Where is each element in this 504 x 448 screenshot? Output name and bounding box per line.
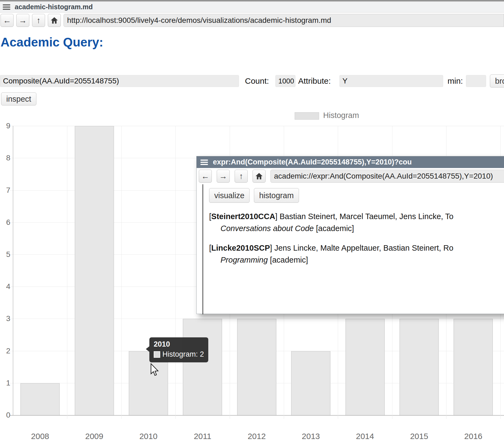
popup-home-button[interactable] [253, 170, 266, 183]
x-axis-label-2008: 2008 [17, 432, 63, 441]
popup-back-button[interactable]: ← [199, 170, 212, 183]
min-input[interactable] [466, 75, 486, 87]
histogram-button[interactable]: histogram [254, 188, 299, 203]
y-axis-tick-9: 9 [0, 122, 10, 130]
forward-button[interactable]: → [16, 14, 29, 27]
tooltip-caret [146, 346, 150, 352]
menu-icon[interactable] [3, 4, 10, 10]
y-axis-tick-8: 8 [0, 154, 10, 162]
publication-tag: [academic] [268, 256, 308, 264]
gridline-y-0 [10, 415, 504, 416]
y-axis-line [13, 126, 13, 415]
up-icon: ↑ [37, 16, 41, 25]
y-axis-tick-0: 0 [0, 411, 10, 419]
bar-2009[interactable] [75, 126, 114, 415]
url-input[interactable]: http://localhost:9005/lively4-core/demos… [64, 14, 504, 27]
bar-2016[interactable] [453, 319, 493, 415]
home-button[interactable] [48, 14, 61, 27]
y-axis-tick-4: 4 [0, 282, 10, 291]
x-axis-label-2013: 2013 [288, 432, 334, 441]
x-axis-label-2012: 2012 [234, 432, 280, 441]
x-axis-label-2015: 2015 [396, 432, 442, 441]
publication-title: Programming [220, 256, 268, 264]
citation-key: Lincke2010SCP [211, 244, 270, 252]
authors: ] Jens Lincke, Malte Appeltauer, Bastian… [270, 244, 453, 252]
page-title: Academic Query: [1, 35, 103, 49]
attribute-input[interactable]: Y [339, 75, 443, 87]
screen: { "window": { "title": "academic-histogr… [0, 0, 504, 448]
min-label: min: [448, 75, 463, 87]
browse-button[interactable]: brow [490, 74, 504, 88]
x-axis-label-2011: 2011 [179, 432, 226, 441]
y-axis-tick-3: 3 [0, 314, 10, 323]
popup-window: expr:And(Composite(AA.AuId=2055148755),Y… [196, 156, 504, 314]
x-axis-label-2016: 2016 [450, 432, 496, 441]
back-button[interactable]: ← [1, 14, 14, 27]
legend-swatch[interactable] [295, 112, 319, 120]
authors: ] Bastian Steinert, Marcel Taeumel, Jens… [275, 212, 453, 221]
gridline-x-1 [121, 126, 122, 419]
y-axis-tick-1: 1 [0, 379, 10, 387]
popup-url-input[interactable]: academic://expr:And(Composite(AA.AuId=20… [270, 170, 504, 183]
y-axis-tick-2: 2 [0, 347, 10, 355]
y-axis-tick-7: 7 [0, 186, 10, 195]
home-icon [51, 17, 58, 24]
publication-entry: [Steinert2010CCA] Bastian Steinert, Marc… [209, 210, 504, 234]
forward-icon: → [19, 16, 27, 25]
publication-title: Conversations about Code [220, 224, 314, 233]
visualize-button[interactable]: visualize [209, 188, 250, 203]
popup-titlebar[interactable]: expr:And(Composite(AA.AuId=2055148755),Y… [197, 156, 504, 168]
attribute-label: Attribute: [298, 75, 331, 87]
tooltip-swatch [154, 351, 160, 358]
x-axis-label-2009: 2009 [71, 432, 117, 441]
bar-2008[interactable] [20, 383, 60, 415]
publication-tag: [academic] [314, 224, 354, 233]
bar-2015[interactable] [399, 319, 439, 415]
y-axis-tick-6: 6 [0, 218, 10, 227]
back-icon: ← [201, 172, 209, 181]
main-titlebar: academic-histogram.md [0, 2, 504, 13]
x-axis-label-2014: 2014 [342, 432, 388, 441]
count-input[interactable]: 1000 [275, 75, 295, 87]
y-axis-tick-5: 5 [0, 250, 10, 259]
window-title: academic-histogram.md [15, 3, 93, 11]
query-input[interactable]: Composite(AA.AuId=2055148755) [0, 75, 239, 87]
x-axis-label-2010: 2010 [125, 432, 172, 441]
popup-divider-line [203, 184, 203, 314]
popup-up-button[interactable]: ↑ [235, 170, 248, 183]
citation-key: Steinert2010CCA [211, 212, 275, 221]
forward-icon: → [219, 172, 227, 181]
back-icon: ← [3, 16, 11, 25]
bar-2014[interactable] [345, 319, 385, 415]
publication-entry: [Lincke2010SCP] Jens Lincke, Malte Appel… [209, 242, 504, 266]
tooltip-value-label: Histogram: 2 [162, 350, 204, 359]
bar-2013[interactable] [291, 351, 330, 415]
up-button[interactable]: ↑ [32, 14, 45, 27]
main-toolbar: ← → ↑ http://localhost:9005/lively4-core… [0, 13, 504, 28]
legend-label[interactable]: Histogram [323, 111, 359, 120]
gridline-x-0 [67, 126, 67, 419]
count-label: Count: [245, 75, 269, 87]
popup-forward-button[interactable]: → [217, 170, 230, 183]
inspect-button[interactable]: inspect [1, 92, 36, 105]
bar-2011[interactable] [183, 319, 222, 415]
popup-menu-icon[interactable] [200, 160, 208, 165]
home-icon [255, 173, 263, 180]
up-icon: ↑ [239, 172, 243, 181]
popup-content: visualize histogram [Steinert2010CCA] Ba… [197, 184, 504, 314]
popup-toolbar: ← → ↑ academic://expr:And(Composite(AA.A… [197, 168, 504, 184]
bar-2012[interactable] [237, 319, 276, 415]
tooltip-title: 2010 [154, 340, 204, 349]
gridline-x-2 [175, 126, 176, 419]
popup-window-title: expr:And(Composite(AA.AuId=2055148755),Y… [213, 158, 412, 166]
mouse-cursor [150, 363, 159, 376]
chart-tooltip: 2010 Histogram: 2 [149, 337, 208, 362]
